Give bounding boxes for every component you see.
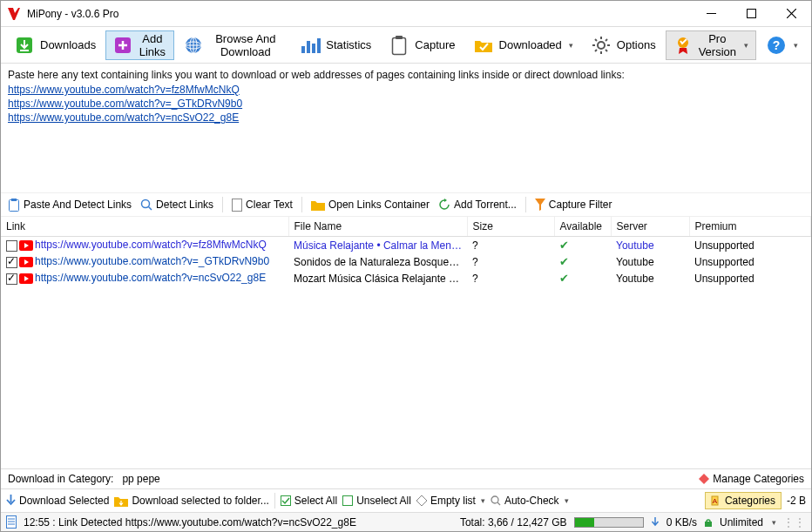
arrow-down-icon [651,517,660,528]
capture-label: Capture [415,38,455,51]
row-size: ? [467,253,554,270]
diamond-icon [699,474,709,484]
downloaded-button[interactable]: Downloaded ▾ [465,30,581,60]
unlimited-text[interactable]: Unlimited [720,516,763,529]
page-icon [232,199,242,212]
manage-categories-button[interactable]: Manage Categories [713,473,804,485]
links-table: Link File Name Size Available Server Pre… [1,217,811,468]
select-all-button[interactable]: Select All [281,495,337,507]
minimize-button[interactable] [691,1,731,27]
browse-label: Browse And Download [208,32,282,58]
category-bar: Download in Category: pp pepe Manage Cat… [1,468,811,488]
row-checkbox[interactable] [6,273,17,285]
svg-rect-28 [10,200,19,212]
empty-square-icon [342,495,353,506]
chevron-down-icon: ▾ [794,41,798,50]
gear-icon [591,35,612,56]
clear-text-button[interactable]: Clear Text [232,199,293,212]
auto-check-button[interactable]: Auto-Check ▾ [491,495,569,507]
paste-detect-links-button[interactable]: Paste And Detect Links [8,198,132,212]
svg-rect-11 [307,41,310,53]
row-available: ✔ [554,237,611,254]
paste-icon [8,198,20,212]
paste-link[interactable]: https://www.youtube.com/watch?v=_GTkDRvN… [8,97,804,111]
col-link[interactable]: Link [1,217,288,237]
download-selected-button[interactable]: Download Selected [6,495,109,507]
svg-rect-13 [317,38,321,53]
open-links-container-button[interactable]: Open Links Container [311,199,430,211]
row-filename: Música Relajante • Calmar la Mente, ... [288,237,467,254]
check-square-icon [281,495,291,506]
add-torrent-button[interactable]: Add Torrent... [438,199,517,211]
lock-icon [704,517,713,528]
svg-line-21 [595,39,597,41]
svg-rect-3 [20,50,29,51]
paste-link[interactable]: https://www.youtube.com/watch?v=ncSvO22_… [8,111,804,125]
categories-button[interactable]: A Categories [705,492,782,509]
table-row[interactable]: https://www.youtube.com/watch?v=fz8MfwMc… [1,237,811,254]
svg-line-23 [595,50,597,51]
svg-text:A: A [713,497,718,505]
row-filename: Mozart Música Clásica Relajante para ... [288,270,467,286]
col-size[interactable]: Size [467,217,554,237]
status-bar: 12:55 : Link Detected https://www.youtub… [1,512,811,531]
badge-icon [673,35,693,56]
category-list[interactable]: pp pepe [122,473,159,485]
table-row[interactable]: https://www.youtube.com/watch?v=ncSvO22_… [1,270,811,286]
unselect-all-button[interactable]: Unselect All [342,495,411,507]
download-to-folder-button[interactable]: Download selected to folder... [114,495,268,507]
add-links-button[interactable]: Add Links [105,30,174,60]
options-button[interactable]: Options [583,30,664,60]
svg-point-38 [491,496,498,503]
speed-text: 0 KB/s [667,516,697,529]
svg-rect-1 [747,10,755,18]
diamond-icon [416,495,427,506]
row-available: ✔ [554,253,611,270]
svg-point-30 [142,200,150,208]
row-server: Youtube [611,270,689,286]
row-checkbox[interactable] [6,240,17,252]
youtube-icon [19,257,33,267]
col-available[interactable]: Available [554,217,611,237]
paste-link[interactable]: https://www.youtube.com/watch?v=fz8MfwMc… [8,83,804,97]
help-button[interactable]: ? ▾ [758,30,806,60]
downloads-button[interactable]: Downloads [6,30,104,60]
close-button[interactable] [771,1,811,27]
detect-links-button[interactable]: Detect Links [140,199,213,211]
folder-down-icon [114,495,128,507]
col-filename[interactable]: File Name [288,217,467,237]
row-checkbox[interactable] [6,257,17,268]
empty-list-button[interactable]: Empty list ▾ [416,495,485,507]
row-server: Youtube [611,253,689,270]
svg-rect-29 [11,199,17,201]
globe-icon [184,35,203,56]
svg-line-24 [606,39,607,41]
refresh-icon [438,199,450,211]
svg-rect-15 [396,36,403,39]
statistics-button[interactable]: Statistics [292,30,379,60]
table-row[interactable]: https://www.youtube.com/watch?v=_GTkDRvN… [1,253,811,270]
maximize-button[interactable] [731,1,771,27]
app-icon [6,6,22,22]
chevron-down-icon: ▾ [772,518,776,527]
col-premium[interactable]: Premium [689,217,811,237]
capture-button[interactable]: Capture [381,30,463,60]
youtube-icon [19,240,33,251]
svg-rect-14 [393,37,406,54]
chevron-down-icon: ▾ [481,496,485,505]
paste-text-area[interactable]: https://www.youtube.com/watch?v=fz8MfwMc… [1,83,811,133]
total-text: Total: 3,66 / 12,427 GB [460,516,567,529]
magnifier-icon [491,495,501,506]
capture-filter-button[interactable]: Capture Filter [535,199,612,211]
svg-rect-0 [707,13,716,14]
row-premium: Unsupported [689,237,811,254]
bottom-toolbar: Download Selected Download selected to f… [1,488,811,512]
window-title: MiPony - v3.0.6 Pro [27,8,691,20]
grip-icon[interactable]: ⋮⋮ [783,516,806,529]
chevron-down-icon: ▾ [744,41,748,50]
row-premium: Unsupported [689,270,811,286]
paste-hint: Paste here any text containing links you… [1,64,811,83]
pro-version-button[interactable]: Pro Version ▾ [666,30,756,60]
col-server[interactable]: Server [611,217,689,237]
browse-download-button[interactable]: Browse And Download [176,30,290,60]
